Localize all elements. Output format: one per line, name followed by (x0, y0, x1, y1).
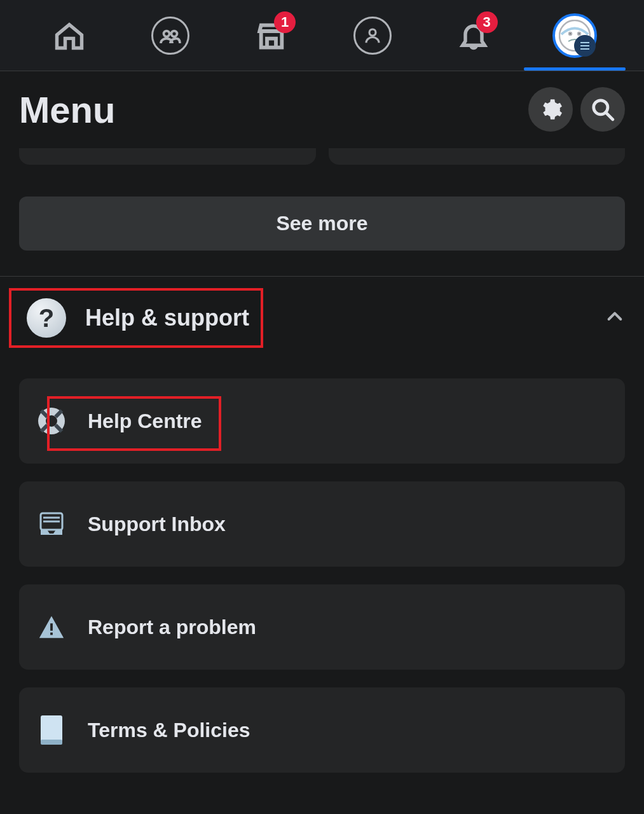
menu-item-label: Report a problem (88, 616, 256, 639)
svg-rect-21 (50, 633, 53, 635)
top-nav: 1 3 (0, 0, 644, 71)
nav-profile-outline[interactable] (350, 13, 395, 58)
nav-marketplace[interactable]: 1 (249, 13, 294, 58)
svg-rect-22 (41, 715, 62, 743)
lifebuoy-icon (37, 406, 66, 436)
menu-item-label: Support Inbox (88, 513, 226, 536)
chevron-up-icon (605, 307, 625, 329)
svg-point-2 (369, 29, 376, 36)
menu-item-label: Help Centre (88, 410, 202, 433)
active-tab-indicator (524, 67, 626, 71)
page-header: Menu (0, 71, 644, 144)
marketplace-badge: 1 (274, 11, 296, 33)
settings-button[interactable] (528, 87, 573, 132)
warning-icon (37, 612, 66, 642)
person-icon (353, 17, 392, 55)
search-button[interactable] (580, 87, 625, 132)
svg-point-4 (569, 32, 572, 35)
annotation-highlight: ? Help & support (9, 288, 263, 348)
book-icon (37, 715, 66, 745)
shortcut-card[interactable] (19, 148, 316, 165)
shortcut-card[interactable] (329, 148, 626, 165)
see-more-button[interactable]: See more (19, 197, 625, 251)
menu-item-label: Terms & Policies (88, 719, 250, 742)
svg-point-1 (172, 31, 177, 36)
nav-notifications[interactable]: 3 (451, 13, 496, 58)
menu-item-support-inbox[interactable]: Support Inbox (19, 481, 625, 567)
nav-menu-profile[interactable] (552, 13, 597, 58)
help-support-submenu: Help Centre Support Inbox Report a probl… (0, 359, 644, 773)
help-support-section-header[interactable]: ? Help & support (0, 277, 644, 359)
svg-point-12 (46, 415, 57, 427)
svg-rect-20 (50, 623, 53, 631)
section-title: Help & support (85, 305, 249, 331)
nav-groups[interactable] (148, 13, 193, 58)
avatar (552, 13, 597, 58)
gear-icon (538, 97, 563, 121)
svg-point-0 (164, 31, 170, 36)
page-title: Menu (19, 88, 521, 131)
menu-item-terms-policies[interactable]: Terms & Policies (19, 687, 625, 773)
nav-home[interactable] (47, 13, 92, 58)
menu-item-help-centre[interactable]: Help Centre (19, 378, 625, 464)
menu-item-report-problem[interactable]: Report a problem (19, 584, 625, 670)
notifications-badge: 3 (476, 11, 498, 33)
svg-rect-23 (41, 740, 62, 745)
inbox-icon (37, 509, 66, 539)
search-icon (591, 97, 615, 121)
svg-point-5 (578, 32, 580, 35)
groups-icon (151, 17, 189, 55)
question-icon: ? (27, 298, 66, 338)
svg-line-10 (606, 113, 613, 120)
hamburger-menu-icon (574, 35, 596, 57)
shortcut-cards-row (0, 148, 644, 165)
